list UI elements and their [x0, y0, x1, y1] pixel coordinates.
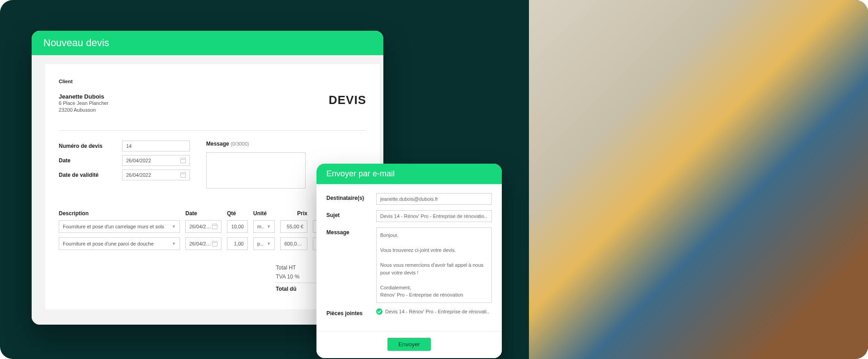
calendar-icon: [212, 224, 217, 229]
message-label: Message (0/3000): [206, 141, 265, 147]
chevron-down-icon: ▼: [172, 241, 176, 246]
th-unit: Unité: [253, 210, 275, 217]
date-input[interactable]: 26/04/2022: [122, 155, 190, 166]
pieces-jointes-label: Pièces jointes: [326, 308, 372, 316]
validite-input[interactable]: 26/04/2022: [122, 170, 190, 180]
desc-select[interactable]: Fourniture et pose d'un carrelage murs e…: [59, 220, 180, 233]
row-unit-select[interactable]: pce▼: [253, 237, 275, 250]
numero-label: Numéro de devis: [59, 143, 118, 149]
client-name: Jeanette Dubois: [59, 93, 108, 100]
chevron-down-icon: ▼: [267, 224, 271, 229]
validite-label: Date de validité: [59, 172, 118, 178]
row-date-input[interactable]: 26/04/2022: [185, 237, 222, 250]
th-description: Description: [59, 210, 180, 217]
check-icon: [376, 308, 382, 315]
email-footer: Envoyer: [316, 331, 502, 358]
chevron-down-icon: ▼: [267, 241, 271, 246]
message-counter: (0/3000): [231, 141, 249, 146]
destinataire-label: Destinataire(s): [326, 193, 372, 201]
email-message-textarea[interactable]: Bonjour, Vous trouverez ci-joint votre d…: [376, 227, 492, 303]
chevron-down-icon: ▼: [172, 224, 176, 229]
destinataire-input[interactable]: jeanette.dubois@dubois.fr: [376, 193, 492, 205]
client-address-line2: 23200 Aubusson: [59, 107, 108, 113]
row-prix-input[interactable]: 600,00 €: [280, 237, 307, 250]
sujet-label: Sujet: [326, 210, 372, 218]
divider: [59, 130, 366, 131]
email-card: Envoyer par e-mail Destinataire(s) jeane…: [316, 164, 502, 358]
row-qty-input[interactable]: 1,00: [227, 237, 248, 250]
desc-select[interactable]: Fourniture et pose d'une paroi de douche…: [59, 237, 180, 250]
th-prix: Prix: [280, 210, 307, 217]
numero-input[interactable]: 14: [122, 141, 190, 151]
email-card-title: Envoyer par e-mail: [316, 164, 502, 184]
row-date-input[interactable]: 26/04/2022: [185, 220, 222, 233]
calendar-icon: [180, 158, 186, 163]
devis-card-title: Nouveau devis: [32, 31, 383, 55]
email-card-body: Destinataire(s) jeanette.dubois@dubois.f…: [316, 184, 502, 331]
calendar-icon: [180, 172, 186, 178]
hero-photo: [529, 0, 868, 359]
calendar-icon: [212, 241, 217, 246]
client-address-line1: 6 Place Jean Plancher: [59, 100, 108, 107]
email-message-label: Message: [326, 227, 372, 236]
total-tva-label: TVA 10 %: [276, 274, 299, 280]
stage: Nouveau devis Client Jeanette Dubois 6 P…: [0, 0, 868, 359]
date-label: Date: [59, 157, 118, 164]
th-date: Date: [185, 210, 222, 217]
attachment-name: Devis 14 - Rénov' Pro - Entreprise de ré…: [385, 309, 489, 314]
row-qty-input[interactable]: 10,00: [227, 220, 248, 233]
attachment-item[interactable]: Devis 14 - Rénov' Pro - Entreprise de ré…: [376, 308, 492, 315]
document-type-title: DEVIS: [329, 93, 366, 107]
client-section-label: Client: [59, 79, 366, 84]
message-textarea[interactable]: [206, 152, 306, 189]
total-du-label: Total dû: [276, 286, 297, 292]
row-unit-select[interactable]: m2▼: [253, 220, 275, 233]
sujet-input[interactable]: Devis 14 - Rénov' Pro - Entreprise de ré…: [376, 210, 492, 222]
send-button[interactable]: Envoyer: [387, 338, 431, 351]
row-prix-input[interactable]: 55,00 €: [280, 220, 307, 233]
th-qty: Qté: [227, 210, 248, 217]
total-ht-label: Total HT: [276, 265, 296, 271]
